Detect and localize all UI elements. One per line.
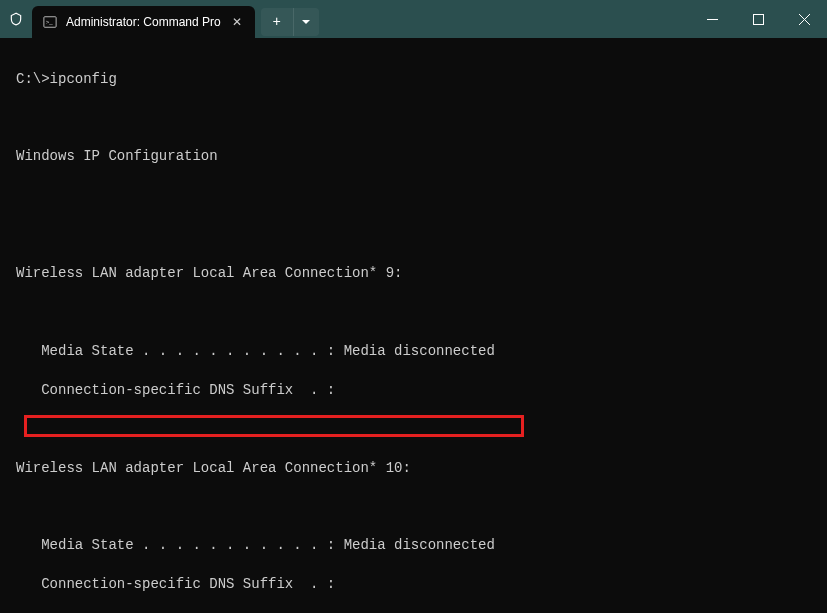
adapter-field: Media State . . . . . . . . . . . : Medi…	[16, 342, 811, 362]
shield-icon	[6, 9, 26, 29]
new-tab-button[interactable]: +	[261, 8, 293, 36]
adapter-title: Wireless LAN adapter Local Area Connecti…	[16, 459, 811, 479]
svg-text:>_: >_	[46, 18, 54, 25]
minimize-button[interactable]	[689, 0, 735, 38]
svg-rect-2	[707, 19, 718, 20]
svg-rect-3	[753, 14, 763, 24]
maximize-button[interactable]	[735, 0, 781, 38]
tab-actions: +	[261, 8, 319, 36]
close-window-button[interactable]	[781, 0, 827, 38]
tab-dropdown-button[interactable]	[293, 8, 319, 36]
adapter-field: Media State . . . . . . . . . . . : Medi…	[16, 536, 811, 556]
tab-title: Administrator: Command Pro	[66, 15, 221, 29]
titlebar: >_ Administrator: Command Pro ✕ +	[0, 0, 827, 38]
terminal-output[interactable]: C:\>ipconfig Windows IP Configuration Wi…	[0, 38, 827, 613]
tab-active[interactable]: >_ Administrator: Command Pro ✕	[32, 6, 255, 38]
prompt-line: C:\>ipconfig	[16, 70, 811, 90]
window-controls	[689, 0, 827, 38]
close-icon[interactable]: ✕	[229, 14, 245, 30]
adapter-field: Connection-specific DNS Suffix . :	[16, 575, 811, 595]
adapter-title: Wireless LAN adapter Local Area Connecti…	[16, 264, 811, 284]
adapter-field: Connection-specific DNS Suffix . :	[16, 381, 811, 401]
output-header: Windows IP Configuration	[16, 147, 811, 167]
terminal-icon: >_	[42, 14, 58, 30]
